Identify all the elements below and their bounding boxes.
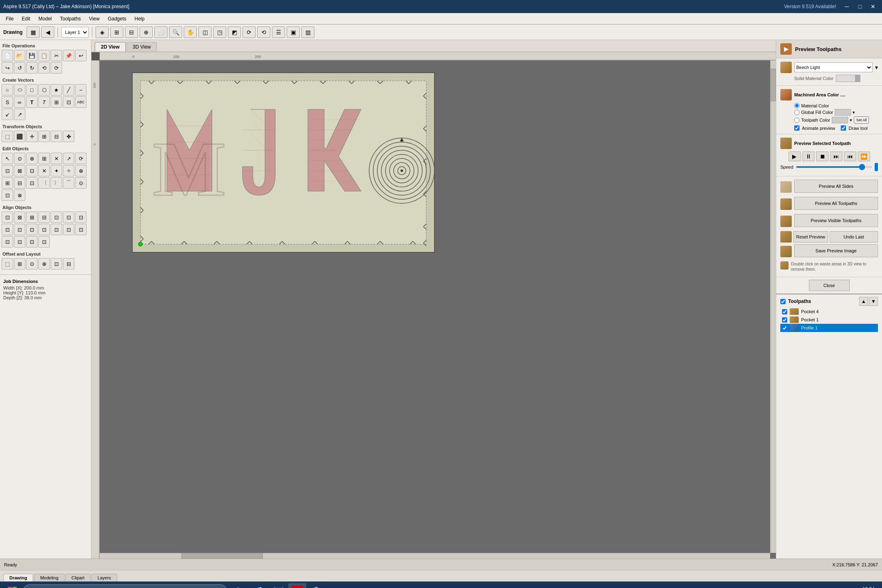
tool-line[interactable]: ╱ [63,84,74,96]
layer-dropdown[interactable]: Layer 1 [61,27,89,38]
tool-corner[interactable]: ✧ [63,165,74,176]
tool-extra-2[interactable]: ⟲ [257,27,270,38]
tool-flip-v[interactable]: ⟳ [51,62,62,74]
offset-btn1[interactable]: ⬚ [2,258,13,270]
drawing-toggle-button[interactable]: ◀ [41,27,54,38]
tool-bmp-import[interactable]: ↙ [2,109,13,120]
canvas-wrapper[interactable]: 0 100 200 100 0 [91,52,776,559]
tab-modeling[interactable]: Modeling [34,574,65,581]
tp-profile1[interactable]: Profile 1 [780,324,878,332]
tool-extra-3[interactable]: ☰ [272,27,285,38]
preview-visible-toolpaths-button[interactable]: Preview Visible Toolpaths [794,214,878,227]
animate-preview-checkbox[interactable] [794,125,800,131]
close-button[interactable]: ✕ [867,2,879,11]
tp-pocket1[interactable]: Pocket 1 [780,316,878,324]
tool-cut[interactable]: ✂ [51,50,62,61]
search-bar[interactable] [23,584,227,588]
tool-close-path[interactable]: ⊠ [14,165,25,176]
toolpaths-master-checkbox[interactable] [780,299,786,304]
offset-btn3[interactable]: ⊙ [26,258,38,270]
tool-cw[interactable]: ↻ [26,62,38,74]
undo-last-button[interactable]: Undo Last [830,231,878,243]
tool-extra-4[interactable]: ▣ [287,27,300,38]
tool-extra-1[interactable]: ⟳ [243,27,256,38]
tool-subtract2[interactable]: ⊡ [26,177,38,189]
tp-pocket4[interactable]: Pocket 4 [780,307,878,316]
offset-btn4[interactable]: ⊕ [38,258,50,270]
tool-new[interactable]: 📄 [2,50,13,61]
align-bottom[interactable]: ⊡ [63,212,74,223]
tool-rect[interactable]: □ [26,84,38,96]
tab-clipart[interactable]: Clipart [65,574,91,581]
material-dropdown-arrow[interactable]: ▾ [875,64,878,71]
tool-weld[interactable]: ⊕ [75,165,87,176]
tool-copy[interactable]: 📌 [63,50,74,61]
tool-star[interactable]: ★ [51,84,62,96]
tool-node-add[interactable]: ⊕ [26,153,38,164]
tool-arrange[interactable]: ⊞ [38,131,50,142]
tool-split[interactable]: ↗ [63,153,74,164]
distrib-h[interactable]: ⊡ [75,212,87,223]
tool-arc-fit[interactable]: 〈 [38,177,50,189]
tool-polygon[interactable]: ⬡ [38,84,50,96]
tool-text[interactable]: T [26,96,38,108]
tool-vcarve-text[interactable]: ⊡ [63,96,74,108]
tool-save-as[interactable]: 📋 [38,50,50,61]
align-extra5[interactable]: ⊡ [26,236,38,247]
set-all-button[interactable]: Set All [854,116,869,124]
center-job-v[interactable]: ⊡ [51,224,62,235]
radio-material-color-input[interactable] [794,103,800,108]
tool-info[interactable]: ⊡ [2,189,13,201]
tool-spiral[interactable]: ∞ [14,96,25,108]
play-button[interactable]: ▶ [788,151,801,161]
tool-import[interactable]: ↗ [14,109,25,120]
radio-global-fill-input[interactable] [794,110,800,115]
tool-trim[interactable]: ⊡ [2,165,13,176]
distrib-eq-h[interactable]: ⊡ [14,224,25,235]
tool-abc[interactable]: ABC [75,96,87,108]
align-extra6[interactable]: ⊡ [38,236,50,247]
align-extra2[interactable]: ⊡ [75,224,87,235]
tool-node-edit[interactable]: ⊙ [14,153,25,164]
taskbar-chrome[interactable] [307,583,325,588]
material-select[interactable]: Beech Light [794,62,873,72]
global-fill-swatch[interactable] [835,109,851,116]
menu-model[interactable]: Model [34,14,56,23]
close-button[interactable]: Close [809,280,850,291]
align-extra4[interactable]: ⊡ [14,236,25,247]
menu-help[interactable]: Help [130,14,149,23]
tool-group[interactable]: ✤ [63,131,74,142]
skip-back-button[interactable]: ⏮ [844,151,856,161]
pocket4-checkbox[interactable] [782,309,787,314]
tool-circle[interactable]: ○ [2,84,13,96]
tool-delete-node[interactable]: ✕ [51,153,62,164]
tool-bezier[interactable]: ~ [75,84,87,96]
tab-2d-view[interactable]: 2D View [95,42,126,51]
tool-undo[interactable]: ↩ [75,50,87,61]
tool-redo[interactable]: ↪ [2,62,13,74]
tool-flip-h[interactable]: ⟲ [38,62,50,74]
align-top[interactable]: ⊟ [38,212,50,223]
tool-spiral2[interactable]: ⌒ [63,177,74,189]
tool-intersect[interactable]: ⊟ [14,177,25,189]
align-center-h[interactable]: ⊠ [14,212,25,223]
tool-subtract[interactable]: ⊟ [51,131,62,142]
pocket1-checkbox[interactable] [782,317,787,323]
tool-extra-5[interactable]: ▥ [301,27,314,38]
preview-all-sides-button[interactable]: Preview All Sides [794,180,878,193]
align-center-v[interactable]: ⊡ [51,212,62,223]
tool-combine[interactable]: ⊞ [38,153,50,164]
taskbar-edge[interactable] [251,583,269,588]
view3d-1[interactable]: ◫ [198,27,212,38]
profile1-checkbox[interactable] [782,325,787,331]
tool-smooth[interactable]: ✦ [51,165,62,176]
distrib-v[interactable]: ⊡ [2,224,13,235]
menu-edit[interactable]: Edit [18,14,34,23]
taskbar-file-explorer[interactable] [232,583,250,588]
center-job-h[interactable]: ⊡ [38,224,50,235]
tool-chamfer[interactable]: ✕ [38,165,50,176]
speed-slider[interactable] [796,166,872,168]
offset-btn2[interactable]: ⊞ [14,258,25,270]
tool-center[interactable]: ✛ [26,131,38,142]
tool-text-3d[interactable]: ⊞ [51,96,62,108]
